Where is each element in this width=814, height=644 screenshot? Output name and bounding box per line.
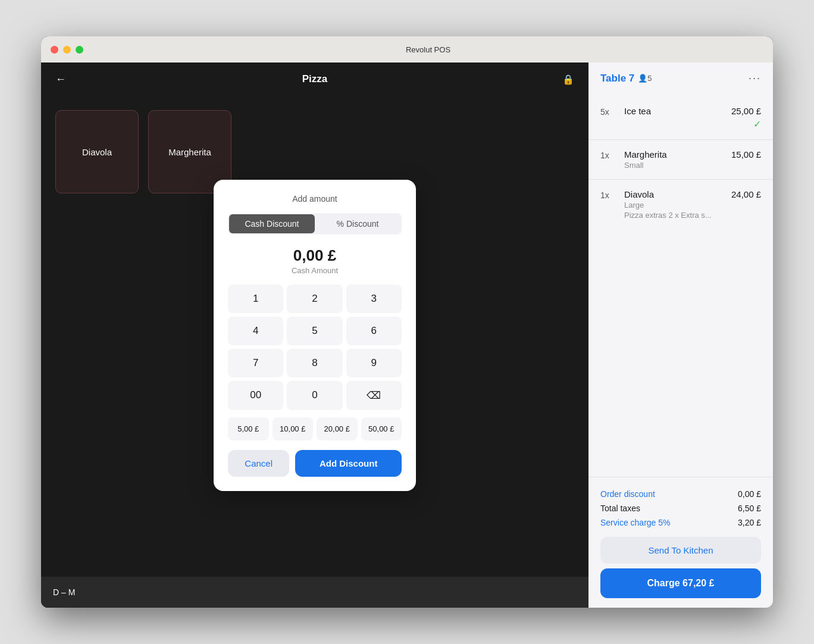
numpad-4[interactable]: 4 xyxy=(228,317,283,345)
item-info: Margherita Small xyxy=(624,149,724,170)
order-discount-label[interactable]: Order discount xyxy=(600,489,655,499)
item-qty: 1x xyxy=(600,189,617,200)
service-charge-label[interactable]: Service charge 5% xyxy=(600,518,671,527)
service-charge-value: 3,20 £ xyxy=(738,518,761,527)
price-value: 25,00 £ xyxy=(731,106,761,116)
order-discount-row: Order discount 0,00 £ xyxy=(600,487,761,501)
numpad-backspace[interactable]: ⌫ xyxy=(346,381,402,410)
app-window: Revolut POS ← Pizza 🔒 Diavola Margherita xyxy=(41,36,773,608)
item-detail: Large xyxy=(624,201,724,210)
minimize-button[interactable] xyxy=(63,46,71,54)
titlebar: Revolut POS xyxy=(41,36,773,62)
modal-title: Add amount xyxy=(228,194,402,204)
numpad-6[interactable]: 6 xyxy=(346,317,402,345)
quick-amounts: 5,00 £ 10,00 £ 20,00 £ 50,00 £ xyxy=(228,417,402,440)
price-value: 24,00 £ xyxy=(731,189,761,199)
sidebar-header: Table 7 👤 5 ··· xyxy=(588,62,773,94)
guests-count: 5 xyxy=(647,74,652,83)
numpad-1[interactable]: 1 xyxy=(228,285,283,313)
numpad-9[interactable]: 9 xyxy=(346,349,402,377)
discount-modal: Add amount Cash Discount % Discount 0,00… xyxy=(214,180,416,491)
numpad-2[interactable]: 2 xyxy=(287,285,342,313)
item-price: 25,00 £ ✓ xyxy=(731,106,761,130)
numpad-3[interactable]: 3 xyxy=(346,285,402,313)
item-price: 15,00 £ xyxy=(731,149,761,160)
order-item-ice-tea: 5x Ice tea 25,00 £ ✓ xyxy=(588,99,773,137)
item-qty: 5x xyxy=(600,106,617,117)
quick-50[interactable]: 50,00 £ xyxy=(361,417,402,440)
item-name: Ice tea xyxy=(624,106,724,116)
item-info: Ice tea xyxy=(624,106,724,116)
amount-sub-label: Cash Amount xyxy=(228,266,402,275)
table-title: Table 7 xyxy=(600,73,634,85)
item-info: Diavola Large Pizza extras 2 x Extra s..… xyxy=(624,189,724,220)
close-button[interactable] xyxy=(51,46,58,54)
item-name: Diavola xyxy=(624,189,724,199)
main-area: ← Pizza 🔒 Diavola Margherita Add amount xyxy=(41,62,588,608)
discount-tabs: Cash Discount % Discount xyxy=(228,213,402,235)
amount-value: 0,00 £ xyxy=(228,246,402,265)
guests-icon: 👤 xyxy=(638,74,647,83)
window-title: Revolut POS xyxy=(93,45,763,54)
service-charge-row: Service charge 5% 3,20 £ xyxy=(600,515,761,530)
add-discount-button[interactable]: Add Discount xyxy=(295,450,402,477)
app-body: ← Pizza 🔒 Diavola Margherita Add amount xyxy=(41,62,773,608)
order-items-list: 5x Ice tea 25,00 £ ✓ 1x Margherita Smal xyxy=(588,94,773,477)
divider xyxy=(588,139,773,140)
sidebar: Table 7 👤 5 ··· 5x Ice tea 25,00 £ ✓ xyxy=(588,62,773,608)
traffic-lights xyxy=(51,46,83,54)
order-item-margherita: 1x Margherita Small 15,00 £ xyxy=(588,142,773,177)
order-discount-value: 0,00 £ xyxy=(738,489,761,499)
sidebar-footer: Order discount 0,00 £ Total taxes 6,50 £… xyxy=(588,477,773,608)
total-taxes-label: Total taxes xyxy=(600,504,640,513)
check-icon: ✓ xyxy=(753,118,761,130)
tab-percent-discount[interactable]: % Discount xyxy=(315,214,400,233)
numpad-7[interactable]: 7 xyxy=(228,349,283,377)
send-to-kitchen-button[interactable]: Send To Kitchen xyxy=(600,537,761,564)
total-taxes-value: 6,50 £ xyxy=(738,504,761,513)
tab-cash-discount[interactable]: Cash Discount xyxy=(229,214,315,233)
item-price: 24,00 £ xyxy=(731,189,761,199)
item-name: Margherita xyxy=(624,149,724,160)
item-qty: 1x xyxy=(600,149,617,160)
modal-actions: Cancel Add Discount xyxy=(228,450,402,477)
numpad: 1 2 3 4 5 6 7 8 9 00 0 ⌫ xyxy=(228,285,402,410)
divider xyxy=(588,179,773,180)
more-options-button[interactable]: ··· xyxy=(749,72,761,85)
order-item-diavola: 1x Diavola Large Pizza extras 2 x Extra … xyxy=(588,182,773,227)
numpad-5[interactable]: 5 xyxy=(287,317,342,345)
amount-display: 0,00 £ Cash Amount xyxy=(228,246,402,275)
quick-10[interactable]: 10,00 £ xyxy=(273,417,314,440)
quick-5[interactable]: 5,00 £ xyxy=(228,417,269,440)
cancel-button[interactable]: Cancel xyxy=(228,450,289,477)
numpad-8[interactable]: 8 xyxy=(287,349,342,377)
modal-overlay: Add amount Cash Discount % Discount 0,00… xyxy=(41,62,588,608)
numpad-0[interactable]: 0 xyxy=(287,381,342,410)
item-detail: Small xyxy=(624,161,724,170)
quick-20[interactable]: 20,00 £ xyxy=(317,417,358,440)
fullscreen-button[interactable] xyxy=(76,46,83,54)
total-taxes-row: Total taxes 6,50 £ xyxy=(600,501,761,515)
charge-button[interactable]: Charge 67,20 £ xyxy=(600,568,761,598)
item-extra: Pizza extras 2 x Extra s... xyxy=(624,211,724,220)
price-value: 15,00 £ xyxy=(731,149,761,160)
numpad-00[interactable]: 00 xyxy=(228,381,283,410)
